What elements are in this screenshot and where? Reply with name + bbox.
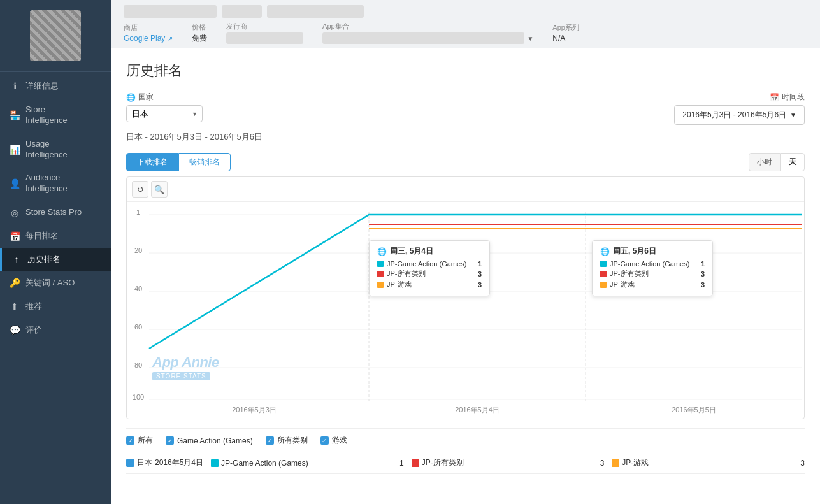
legend-row: ✓ 所有 ✓ Game Action (Games) ✓ 所有类别 ✓ 游戏 — [126, 428, 805, 452]
price-value: 免费 — [192, 33, 207, 44]
chart-svg-wrap: 1 20 40 60 80 100 — [127, 202, 804, 419]
sidebar-item-daily-rank[interactable]: 📅 每日排名 — [0, 224, 111, 248]
rank-icon: ↑ — [11, 254, 22, 264]
svg-text:2016年5月4日: 2016年5月4日 — [455, 406, 500, 414]
table-cell-cat3: JP-游戏 — [612, 457, 778, 468]
sidebar-item-details[interactable]: ℹ 详细信息 — [0, 75, 111, 98]
tooltip-color-dot-red — [377, 271, 384, 277]
sidebar-item-store-stats-pro[interactable]: ◎ Store Stats Pro — [0, 201, 111, 224]
tooltip-right-row-1: JP-Game Action (Games) 1 — [600, 260, 705, 268]
cat2-label: JP-所有类别 — [422, 457, 464, 468]
app-title-bar: App Name Tag Desc — [124, 5, 807, 18]
sidebar-item-historical-rank[interactable]: ↑ 历史排名 ‹ — [0, 248, 111, 271]
legend-checkbox-all-categories[interactable]: ✓ — [266, 436, 274, 445]
chart-zoom-btn[interactable]: 🔍 — [151, 181, 168, 198]
tooltip-left-row-2: JP-所有类别 3 — [377, 269, 482, 278]
sidebar-item-recommendations[interactable]: ⬆ 推荐 — [0, 295, 111, 319]
external-link-icon: ↗ — [168, 35, 173, 42]
page-title: 历史排名 — [126, 61, 805, 80]
table-cell-cat1: JP-Game Action (Games) — [211, 459, 377, 468]
tooltip-right-globe-icon: 🌐 — [600, 247, 610, 256]
recommend-icon: ⬆ — [9, 301, 20, 312]
meta-store: 商店 Google Play ↗ — [124, 23, 173, 43]
country-name: 日本 — [137, 457, 152, 468]
app-bundle-value-blurred: Bundle — [322, 32, 524, 44]
tooltip-left: 🌐 周三, 5月4日 JP-Game Action (Games) 1 — [369, 240, 490, 296]
sidebar-item-usage-intelligence[interactable]: 📊 UsageIntelligence — [0, 133, 111, 167]
svg-text:100: 100 — [133, 393, 144, 401]
info-icon: ℹ — [9, 81, 20, 91]
watermark-sub: STORE STATS — [152, 372, 210, 380]
chart-controls: 下载排名 畅销排名 小时 天 — [126, 153, 805, 171]
time-toggle-group: 小时 天 — [749, 153, 805, 171]
sidebar-item-label: 推荐 — [25, 301, 42, 312]
svg-text:40: 40 — [134, 285, 142, 292]
legend-item-all[interactable]: ✓ 所有 — [126, 435, 153, 446]
daterange-filter-group: 📅 时间段 2016年5月3日 - 2016年5月6日 ▼ — [674, 92, 805, 125]
meta-price: 价格 免费 — [192, 22, 207, 44]
meta-publisher: 发行商 Pub — [226, 22, 303, 44]
tooltip-right-color-dot-red — [600, 271, 607, 277]
chart-tab-group: 下载排名 畅销排名 — [126, 153, 231, 171]
legend-checkbox-games[interactable]: ✓ — [320, 436, 329, 445]
price-label: 价格 — [192, 22, 207, 32]
tab-download-rank[interactable]: 下载排名 — [126, 153, 178, 171]
meta-app-series: App系列 N/A — [552, 23, 579, 43]
calendar-icon-2: 📅 — [770, 93, 779, 102]
tab-bestseller-rank[interactable]: 畅销排名 — [178, 153, 231, 171]
legend-item-all-categories[interactable]: ✓ 所有类别 — [266, 435, 308, 446]
table-cell-val1: 1 — [385, 459, 404, 468]
store-label: 商店 — [124, 23, 173, 32]
tooltip-left-row-3: JP-游戏 3 — [377, 280, 482, 289]
date-range-button[interactable]: 2016年5月3日 - 2016年5月6日 ▼ — [674, 105, 805, 125]
time-btn-day[interactable]: 天 — [780, 153, 805, 171]
divider — [0, 71, 111, 72]
top-bar: App Name Tag Desc 商店 Google Play ↗ 价格 免费… — [111, 0, 820, 48]
app-tag-blurred: Tag — [222, 5, 262, 18]
tooltip-right-row-3: JP-游戏 3 — [600, 280, 705, 289]
row-dot-cyan — [211, 459, 219, 467]
legend-item-game-action[interactable]: ✓ Game Action (Games) — [166, 436, 253, 445]
main-content: App Name Tag Desc 商店 Google Play ↗ 价格 免费… — [111, 0, 820, 504]
calendar-icon: 📅 — [9, 231, 20, 241]
legend-item-games[interactable]: ✓ 游戏 — [320, 435, 347, 446]
country-filter-group: 🌐 国家 日本 中国 美国 — [126, 92, 203, 122]
sidebar-item-reviews[interactable]: 💬 评价 — [0, 319, 111, 342]
app-bundle-label: App集合 — [322, 22, 533, 31]
chart-svg: 1 20 40 60 80 100 — [127, 202, 815, 419]
sidebar-item-label: StoreIntelligence — [25, 104, 68, 126]
sidebar-item-audience-intelligence[interactable]: 👤 AudienceIntelligence — [0, 166, 111, 201]
sidebar-item-store-intelligence[interactable]: 🏪 StoreIntelligence — [0, 98, 111, 133]
meta-app-bundle: App集合 Bundle ▼ — [322, 22, 533, 44]
review-icon: 💬 — [9, 325, 20, 335]
sidebar-item-label: 评价 — [25, 325, 42, 336]
cat1-label: JP-Game Action (Games) — [221, 459, 308, 468]
audience-icon: 👤 — [9, 178, 20, 189]
tooltip-color-dot-orange — [377, 282, 384, 288]
tooltip-left-row-1: JP-Game Action (Games) 1 — [377, 260, 482, 268]
row-dot-orange — [612, 459, 619, 467]
row-checkbox[interactable] — [126, 459, 134, 467]
sidebar-item-label: Store Stats Pro — [25, 207, 82, 218]
svg-text:20: 20 — [134, 247, 142, 254]
app-name-blurred: App Name — [124, 5, 217, 18]
legend-checkbox-game-action[interactable]: ✓ — [166, 436, 174, 445]
country-select[interactable]: 日本 中国 美国 — [126, 105, 203, 122]
bundle-dropdown-icon[interactable]: ▼ — [527, 35, 533, 42]
cat1-value: 1 — [399, 459, 404, 468]
app-desc-blurred: Desc — [267, 5, 364, 18]
store-value[interactable]: Google Play ↗ — [124, 34, 173, 43]
globe-icon: 🌐 — [126, 93, 136, 102]
legend-checkbox-all[interactable]: ✓ — [126, 436, 134, 445]
svg-text:2016年5月3日: 2016年5月3日 — [232, 406, 277, 414]
row-date: 2016年5月4日 — [155, 457, 203, 468]
time-btn-hour[interactable]: 小时 — [749, 153, 780, 171]
sidebar-item-label: AudienceIntelligence — [25, 173, 68, 194]
sidebar-item-keywords-aso[interactable]: 🔑 关键词 / ASO — [0, 271, 111, 295]
stats-icon: ◎ — [9, 208, 20, 218]
chart-reset-btn[interactable]: ↺ — [132, 181, 148, 198]
country-select-wrapper: 日本 中国 美国 — [126, 105, 203, 122]
svg-text:80: 80 — [134, 361, 142, 369]
cat3-label: JP-游戏 — [622, 457, 649, 468]
filters-row: 🌐 国家 日本 中国 美国 📅 时间段 2016年5月3日 - — [126, 92, 805, 125]
